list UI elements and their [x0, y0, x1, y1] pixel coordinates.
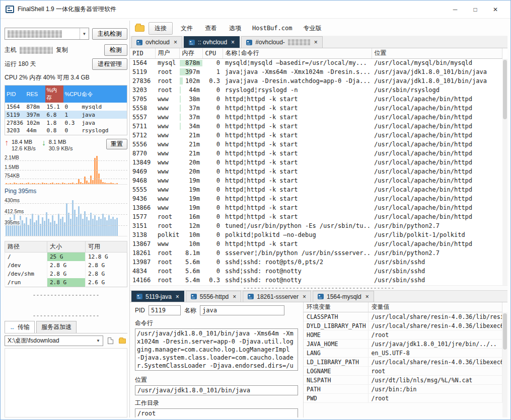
- disk-row[interactable]: /dev 2.8 G 2.8 G: [5, 261, 127, 270]
- connect-button[interactable]: 连接: [149, 22, 173, 35]
- download-path-dropdown[interactable]: X:\桌面\fsdownload ▼: [5, 335, 103, 346]
- mini-column-header[interactable]: 命令: [81, 86, 127, 103]
- mini-column-header[interactable]: RES: [25, 86, 45, 103]
- env-column-header[interactable]: 环境变量: [304, 302, 368, 312]
- process-column-header[interactable]: 用户: [155, 48, 179, 58]
- mini-column-header[interactable]: %CPU: [63, 86, 81, 103]
- new-page-button[interactable]: [105, 336, 115, 346]
- process-row[interactable]: 3138 polkitd 10m 0 polkitd¦polkitd —no-d…: [130, 230, 502, 239]
- close-icon[interactable]: ×: [176, 293, 179, 300]
- sidebar-tab-accelerate[interactable]: 服务器加速: [36, 321, 77, 333]
- process-row[interactable]: 5557 www 37m 0 httpd¦httpd -k start /usr…: [130, 113, 502, 122]
- horizontal-scrollbar[interactable]: [130, 285, 507, 290]
- process-column-header[interactable]: 名称¦命令行: [223, 48, 372, 58]
- process-row[interactable]: 5712 www 21m 0 httpd¦httpd -k start /usr…: [130, 131, 502, 140]
- check-button[interactable]: 检测: [104, 44, 127, 56]
- scrollbar-thumb[interactable]: [503, 313, 507, 350]
- disk-row[interactable]: /run 2.8 G 2.6 G: [5, 278, 127, 287]
- splitter-handle[interactable]: [33, 294, 99, 296]
- session-tab[interactable]: ovhcloud ×: [131, 36, 182, 48]
- process-row[interactable]: 18261 root 8.1m 0 ssserver¦/bin/python /…: [130, 248, 502, 258]
- process-row[interactable]: 4834 root 5.6m 0 sshd¦sshd: root@notty /…: [130, 267, 502, 276]
- mini-column-header[interactable]: PID: [5, 86, 25, 103]
- mini-process-row[interactable]: 1564 878m 15.1 0 mysqld: [5, 103, 127, 111]
- detail-tab[interactable]: 1564-mysqld ×: [313, 291, 374, 302]
- name-field[interactable]: [200, 305, 284, 315]
- disk-column-header[interactable]: 大小: [47, 241, 86, 252]
- process-column-header[interactable]: 位置: [372, 48, 502, 58]
- process-row[interactable]: 5711 www 34m 0 httpd¦httpd -k start /usr…: [130, 122, 502, 131]
- maximize-button[interactable]: □: [465, 2, 485, 17]
- menu-file[interactable]: 文件: [177, 23, 197, 34]
- file-list-area[interactable]: [5, 348, 127, 417]
- process-row[interactable]: 27836 root 102m 0.3 java¦java -Dresin.wa…: [130, 76, 502, 86]
- host-check-button[interactable]: 主机检测: [92, 28, 127, 40]
- close-icon[interactable]: ×: [366, 293, 369, 300]
- connection-dropdown[interactable]: ▼: [5, 28, 89, 40]
- open-folder-icon[interactable]: [135, 25, 144, 32]
- close-icon[interactable]: ×: [233, 293, 236, 300]
- process-row[interactable]: 5555 www 19m 0 httpd¦httpd -k start /usr…: [130, 185, 502, 194]
- menu-options[interactable]: 选项: [225, 23, 245, 34]
- env-row[interactable]: PATH /usr/bin:/bin: [304, 385, 502, 394]
- env-row[interactable]: JAVA_HOME /usr/java/jdk1.8.0_101/jre/bin…: [304, 340, 502, 349]
- session-tab[interactable]: #ovhcloud- ×: [241, 36, 323, 48]
- process-column-header[interactable]: 内存: [179, 48, 202, 58]
- sidebar-tab-transfer[interactable]: ↔ 传输: [5, 321, 35, 333]
- minimize-button[interactable]: ─: [445, 2, 465, 17]
- process-row[interactable]: 5558 www 37m 0 httpd¦httpd -k start /usr…: [130, 104, 502, 113]
- process-row[interactable]: 5705 www 38m 0 httpd¦httpd -k start /usr…: [130, 95, 502, 104]
- process-row[interactable]: 5556 www 21m 0 httpd¦httpd -k start /usr…: [130, 140, 502, 149]
- process-row[interactable]: 9436 www 19m 0 httpd¦httpd -k start /usr…: [130, 194, 502, 203]
- process-row[interactable]: 13866 www 19m 0 httpd¦httpd -k start /us…: [130, 203, 502, 212]
- mini-process-row[interactable]: 3203 44m 0.8 0 rsyslogd: [5, 127, 127, 135]
- env-row[interactable]: CLASSPATH /usr/local/share/resin-4.0.36/…: [304, 312, 502, 321]
- process-row[interactable]: 3203 root 44m 0 rsyslogd¦rsyslogd -n /us…: [130, 86, 502, 95]
- pro-version-label[interactable]: 专业版: [299, 23, 325, 34]
- process-row[interactable]: 14166 root 5.4m 0.3 sshd¦sshd: root@nott…: [130, 276, 502, 285]
- cmdline-field[interactable]: /usr/java/jdk1.8.0_101/bin/java -Xms64m …: [135, 328, 298, 371]
- process-row[interactable]: 1577 root 16m 0 httpd¦httpd -k start /us…: [130, 212, 502, 221]
- env-column-header[interactable]: 变量值: [368, 302, 502, 312]
- env-row[interactable]: DYLD_LIBRARY_PATH /usr/local/share/resin…: [304, 321, 502, 330]
- process-row[interactable]: 9469 www 20m 0 httpd¦httpd -k start /usr…: [130, 167, 502, 176]
- disk-column-header[interactable]: 可用: [86, 241, 127, 252]
- open-folder-button[interactable]: [117, 336, 127, 346]
- process-row[interactable]: 3151 root 12m 0 tuned¦/usr/bin/python -E…: [130, 221, 502, 230]
- workdir-field[interactable]: [135, 408, 298, 417]
- location-field[interactable]: [135, 385, 298, 395]
- process-row[interactable]: 5119 root 397m 1 java¦java -Xms64m -Xmx1…: [130, 67, 502, 76]
- detail-tab[interactable]: 5556-httpd ×: [186, 291, 241, 302]
- process-manager-button[interactable]: 进程管理: [92, 58, 127, 70]
- reset-button[interactable]: 重置: [106, 139, 127, 149]
- pid-field[interactable]: [149, 305, 181, 315]
- vertical-scrollbar[interactable]: [502, 59, 507, 285]
- disk-row[interactable]: / 25 G 12.8 G: [5, 252, 127, 261]
- env-row[interactable]: LOGNAME root: [304, 367, 502, 376]
- process-row[interactable]: 8770 www 21m 0 httpd¦httpd -k start /usr…: [130, 149, 502, 158]
- env-row[interactable]: HOME /root: [304, 330, 502, 340]
- env-row[interactable]: LANG en_US.UTF-8: [304, 349, 502, 358]
- process-row[interactable]: 9468 www 19m 0 httpd¦httpd -k start /usr…: [130, 176, 502, 185]
- close-button[interactable]: ✕: [485, 2, 505, 17]
- session-tab[interactable]: :: ovhcloud ×: [184, 36, 240, 48]
- scrollbar-thumb[interactable]: [503, 60, 507, 119]
- close-icon[interactable]: ×: [303, 293, 306, 300]
- mini-column-header[interactable]: %内存: [45, 86, 63, 103]
- copy-link[interactable]: 复制: [56, 46, 68, 54]
- close-icon[interactable]: ×: [174, 39, 177, 46]
- env-row[interactable]: LD_LIBRARY_PATH /usr/local/share/resin-4…: [304, 358, 502, 367]
- process-column-header[interactable]: PID: [130, 48, 155, 58]
- process-row[interactable]: 13849 www 20m 0 httpd¦httpd -k start /us…: [130, 158, 502, 167]
- env-row[interactable]: PWD /root: [304, 394, 502, 403]
- splitter-handle[interactable]: [33, 315, 99, 317]
- mini-process-row[interactable]: 5119 397m 6.8 1 java: [5, 111, 127, 119]
- disk-column-header[interactable]: 路径: [5, 241, 47, 252]
- process-column-header[interactable]: CPU: [202, 48, 223, 58]
- hostbuf-link[interactable]: HostBuf.com: [249, 23, 295, 33]
- env-scrollbar[interactable]: [502, 312, 507, 417]
- disk-row[interactable]: /dev/shm 2.8 G 2.8 G: [5, 270, 127, 278]
- close-icon[interactable]: ×: [314, 39, 318, 46]
- env-row[interactable]: NLSPATH /usr/dt/lib/nls/msg/%L/%N.cat: [304, 376, 502, 385]
- menu-view[interactable]: 查看: [201, 23, 221, 34]
